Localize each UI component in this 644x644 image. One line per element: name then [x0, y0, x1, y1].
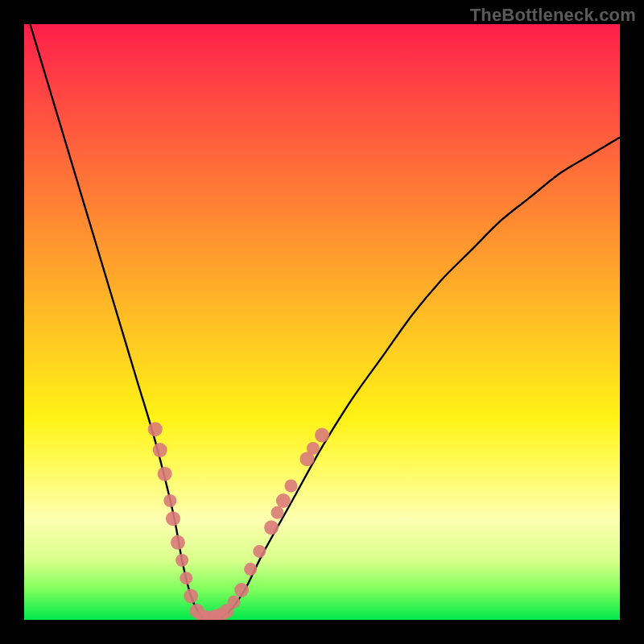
- curve-marker: [315, 428, 329, 443]
- curve-marker: [153, 443, 167, 457]
- plot-area: [24, 24, 620, 620]
- curve-marker: [180, 572, 192, 584]
- curve-marker: [234, 583, 249, 597]
- curve-marker: [163, 494, 176, 507]
- chart-frame: TheBottleneck.com: [0, 0, 644, 644]
- chart-svg: [24, 24, 620, 620]
- bottleneck-curve: [30, 24, 620, 620]
- curve-marker: [244, 563, 257, 576]
- curve-marker: [184, 588, 198, 603]
- curve-marker: [227, 596, 240, 609]
- curve-marker: [158, 467, 172, 481]
- curve-marker: [253, 545, 266, 558]
- curve-marker: [307, 442, 320, 455]
- curve-marker: [276, 493, 291, 508]
- watermark-label: TheBottleneck.com: [470, 5, 636, 26]
- curve-marker: [264, 520, 279, 535]
- curve-marker: [175, 554, 188, 567]
- curve-marker: [171, 535, 185, 550]
- curve-marker: [271, 506, 284, 519]
- curve-markers: [148, 422, 329, 620]
- curve-marker: [285, 480, 298, 493]
- curve-marker: [166, 511, 180, 526]
- curve-marker: [148, 422, 163, 436]
